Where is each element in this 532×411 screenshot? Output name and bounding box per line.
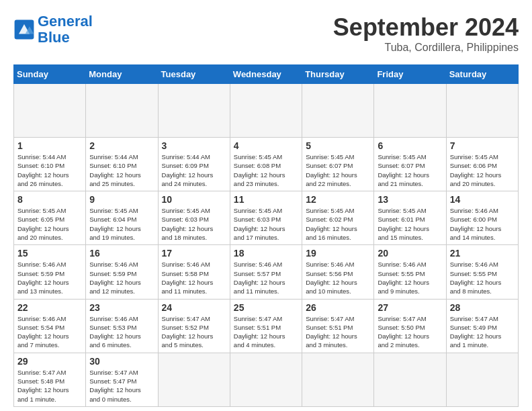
logo-icon (13, 19, 35, 40)
day-info: Sunrise: 5:45 AM Sunset: 6:07 PM Dayligh… (378, 152, 442, 188)
calendar-cell: 5Sunrise: 5:45 AM Sunset: 6:07 PM Daylig… (302, 138, 374, 191)
weekday-header-wednesday: Wednesday (230, 65, 302, 84)
calendar-cell: 19Sunrise: 5:46 AM Sunset: 5:56 PM Dayli… (302, 245, 374, 299)
calendar-week-1: 1Sunrise: 5:44 AM Sunset: 6:10 PM Daylig… (14, 138, 519, 191)
calendar-week-3: 15Sunrise: 5:46 AM Sunset: 5:59 PM Dayli… (14, 245, 519, 299)
calendar-cell (14, 84, 86, 138)
calendar-cell: 27Sunrise: 5:47 AM Sunset: 5:50 PM Dayli… (374, 299, 446, 353)
day-number: 1 (17, 140, 82, 151)
day-info: Sunrise: 5:46 AM Sunset: 5:59 PM Dayligh… (17, 260, 82, 295)
day-number: 4 (234, 140, 298, 151)
calendar-cell: 18Sunrise: 5:46 AM Sunset: 5:57 PM Dayli… (230, 245, 302, 299)
day-info: Sunrise: 5:46 AM Sunset: 5:53 PM Dayligh… (89, 314, 154, 350)
day-info: Sunrise: 5:44 AM Sunset: 6:09 PM Dayligh… (162, 152, 226, 188)
day-info: Sunrise: 5:46 AM Sunset: 5:58 PM Dayligh… (162, 260, 226, 295)
day-info: Sunrise: 5:47 AM Sunset: 5:49 PM Dayligh… (450, 314, 515, 350)
day-info: Sunrise: 5:47 AM Sunset: 5:47 PM Dayligh… (89, 368, 154, 404)
day-info: Sunrise: 5:45 AM Sunset: 6:04 PM Dayligh… (89, 206, 154, 242)
calendar-cell: 6Sunrise: 5:45 AM Sunset: 6:07 PM Daylig… (374, 138, 446, 191)
day-number: 23 (89, 302, 154, 313)
calendar-cell: 3Sunrise: 5:44 AM Sunset: 6:09 PM Daylig… (158, 138, 230, 191)
calendar-header-row: SundayMondayTuesdayWednesdayThursdayFrid… (14, 65, 519, 84)
weekday-header-tuesday: Tuesday (158, 65, 230, 84)
day-info: Sunrise: 5:45 AM Sunset: 6:08 PM Dayligh… (234, 152, 298, 188)
calendar-cell: 11Sunrise: 5:45 AM Sunset: 6:03 PM Dayli… (230, 191, 302, 245)
day-number: 19 (306, 248, 370, 259)
day-number: 3 (162, 140, 226, 151)
calendar-cell (230, 353, 302, 406)
day-number: 7 (450, 140, 515, 151)
calendar-cell: 17Sunrise: 5:46 AM Sunset: 5:58 PM Dayli… (158, 245, 230, 299)
calendar-cell (158, 353, 230, 406)
day-info: Sunrise: 5:45 AM Sunset: 6:03 PM Dayligh… (234, 206, 298, 242)
day-info: Sunrise: 5:46 AM Sunset: 5:59 PM Dayligh… (89, 260, 154, 295)
day-number: 25 (234, 302, 298, 313)
calendar-cell (302, 84, 374, 138)
calendar-cell: 10Sunrise: 5:45 AM Sunset: 6:03 PM Dayli… (158, 191, 230, 245)
calendar-cell: 21Sunrise: 5:46 AM Sunset: 5:55 PM Dayli… (446, 245, 518, 299)
calendar-week-4: 22Sunrise: 5:46 AM Sunset: 5:54 PM Dayli… (14, 299, 519, 353)
day-number: 30 (89, 356, 154, 367)
day-info: Sunrise: 5:44 AM Sunset: 6:10 PM Dayligh… (17, 152, 82, 188)
calendar-cell: 1Sunrise: 5:44 AM Sunset: 6:10 PM Daylig… (14, 138, 86, 191)
calendar-week-5: 29Sunrise: 5:47 AM Sunset: 5:48 PM Dayli… (14, 353, 519, 406)
day-number: 27 (378, 302, 442, 313)
calendar-cell: 24Sunrise: 5:47 AM Sunset: 5:52 PM Dayli… (158, 299, 230, 353)
weekday-header-thursday: Thursday (302, 65, 374, 84)
day-info: Sunrise: 5:47 AM Sunset: 5:52 PM Dayligh… (162, 314, 226, 350)
calendar-cell: 26Sunrise: 5:47 AM Sunset: 5:51 PM Dayli… (302, 299, 374, 353)
month-title: September 2024 (333, 13, 519, 42)
calendar-cell: 15Sunrise: 5:46 AM Sunset: 5:59 PM Dayli… (14, 245, 86, 299)
day-info: Sunrise: 5:46 AM Sunset: 5:57 PM Dayligh… (234, 260, 298, 295)
calendar-cell (446, 84, 518, 138)
day-info: Sunrise: 5:46 AM Sunset: 6:00 PM Dayligh… (450, 206, 515, 242)
day-number: 15 (17, 248, 82, 259)
day-info: Sunrise: 5:47 AM Sunset: 5:50 PM Dayligh… (378, 314, 442, 350)
day-info: Sunrise: 5:45 AM Sunset: 6:05 PM Dayligh… (17, 206, 82, 242)
calendar-cell: 9Sunrise: 5:45 AM Sunset: 6:04 PM Daylig… (86, 191, 158, 245)
calendar-cell: 25Sunrise: 5:47 AM Sunset: 5:51 PM Dayli… (230, 299, 302, 353)
calendar-cell (86, 84, 158, 138)
logo-blue: Blue (38, 29, 70, 46)
calendar-cell (446, 353, 518, 406)
calendar-cell: 20Sunrise: 5:46 AM Sunset: 5:55 PM Dayli… (374, 245, 446, 299)
day-info: Sunrise: 5:45 AM Sunset: 6:03 PM Dayligh… (162, 206, 226, 242)
calendar-cell: 23Sunrise: 5:46 AM Sunset: 5:53 PM Dayli… (86, 299, 158, 353)
day-number: 26 (306, 302, 370, 313)
day-info: Sunrise: 5:46 AM Sunset: 5:56 PM Dayligh… (306, 260, 370, 295)
day-number: 24 (162, 302, 226, 313)
day-number: 10 (162, 194, 226, 205)
logo-text: General Blue (38, 13, 93, 46)
calendar-cell: 4Sunrise: 5:45 AM Sunset: 6:08 PM Daylig… (230, 138, 302, 191)
day-info: Sunrise: 5:44 AM Sunset: 6:10 PM Dayligh… (89, 152, 154, 188)
calendar-body: 1Sunrise: 5:44 AM Sunset: 6:10 PM Daylig… (14, 84, 519, 407)
calendar-cell (230, 84, 302, 138)
day-number: 14 (450, 194, 515, 205)
calendar-cell: 29Sunrise: 5:47 AM Sunset: 5:48 PM Dayli… (14, 353, 86, 406)
calendar-cell: 28Sunrise: 5:47 AM Sunset: 5:49 PM Dayli… (446, 299, 518, 353)
calendar-table: SundayMondayTuesdayWednesdayThursdayFrid… (13, 64, 519, 407)
day-number: 29 (17, 356, 82, 367)
day-info: Sunrise: 5:45 AM Sunset: 6:01 PM Dayligh… (378, 206, 442, 242)
day-info: Sunrise: 5:45 AM Sunset: 6:06 PM Dayligh… (450, 152, 515, 188)
day-info: Sunrise: 5:46 AM Sunset: 5:54 PM Dayligh… (17, 314, 82, 350)
day-info: Sunrise: 5:45 AM Sunset: 6:02 PM Dayligh… (306, 206, 370, 242)
weekday-header-monday: Monday (86, 65, 158, 84)
calendar-cell: 12Sunrise: 5:45 AM Sunset: 6:02 PM Dayli… (302, 191, 374, 245)
day-number: 22 (17, 302, 82, 313)
day-number: 9 (89, 194, 154, 205)
day-number: 18 (234, 248, 298, 259)
day-info: Sunrise: 5:45 AM Sunset: 6:07 PM Dayligh… (306, 152, 370, 188)
calendar-cell: 30Sunrise: 5:47 AM Sunset: 5:47 PM Dayli… (86, 353, 158, 406)
page-header: General Blue September 2024 Tuba, Cordil… (13, 13, 519, 54)
calendar-cell: 2Sunrise: 5:44 AM Sunset: 6:10 PM Daylig… (86, 138, 158, 191)
day-info: Sunrise: 5:47 AM Sunset: 5:51 PM Dayligh… (306, 314, 370, 350)
weekday-header-saturday: Saturday (446, 65, 518, 84)
day-number: 20 (378, 248, 442, 259)
calendar-cell (374, 353, 446, 406)
day-number: 17 (162, 248, 226, 259)
day-number: 6 (378, 140, 442, 151)
calendar-cell (158, 84, 230, 138)
calendar-week-2: 8Sunrise: 5:45 AM Sunset: 6:05 PM Daylig… (14, 191, 519, 245)
day-number: 11 (234, 194, 298, 205)
